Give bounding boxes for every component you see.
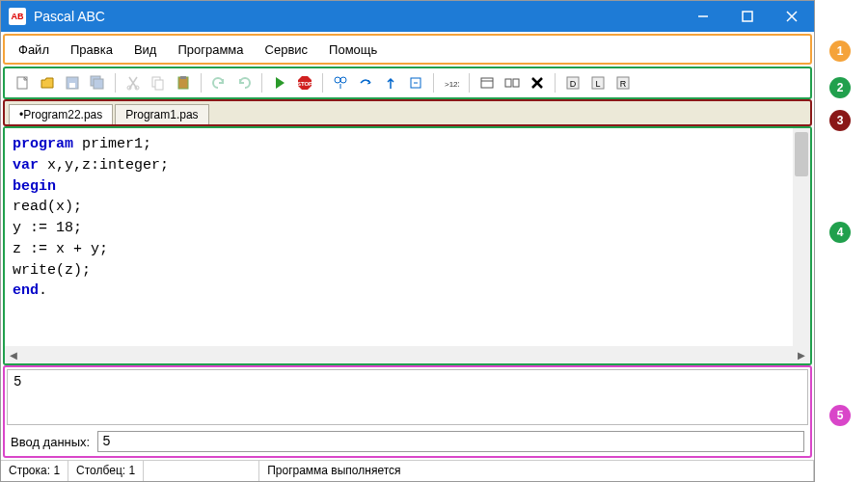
copy-button[interactable] bbox=[147, 71, 170, 94]
code-line: write(z); bbox=[13, 260, 785, 281]
windows-button[interactable] bbox=[501, 71, 524, 94]
menu-программа[interactable]: Программа bbox=[174, 40, 247, 59]
svg-rect-14 bbox=[180, 76, 186, 79]
cut-button[interactable] bbox=[122, 71, 145, 94]
separator bbox=[469, 73, 470, 93]
stop-button[interactable]: STOP bbox=[293, 71, 316, 94]
code-line: end. bbox=[13, 281, 785, 302]
annotation-callouts: 1 2 3 4 5 bbox=[816, 0, 868, 482]
status-empty bbox=[144, 461, 259, 481]
svg-rect-1 bbox=[743, 12, 752, 21]
tool-l-button[interactable]: L bbox=[586, 71, 610, 94]
input-label: Ввод данных: bbox=[11, 435, 90, 449]
redo-button[interactable] bbox=[232, 71, 256, 94]
scroll-right-icon[interactable]: ► bbox=[793, 348, 810, 362]
new-file-button[interactable] bbox=[11, 71, 34, 94]
svg-text:L: L bbox=[595, 79, 600, 89]
separator bbox=[555, 73, 556, 93]
separator bbox=[433, 73, 434, 93]
svg-rect-12 bbox=[155, 80, 163, 90]
separator bbox=[115, 73, 116, 93]
svg-rect-22 bbox=[505, 79, 511, 87]
callout-5: 5 bbox=[829, 405, 851, 426]
menu-правка[interactable]: Правка bbox=[67, 40, 117, 59]
stdin-input[interactable] bbox=[97, 431, 804, 452]
titlebar: AB Pascal ABC bbox=[1, 1, 814, 32]
code-line: z := x + y; bbox=[13, 239, 785, 260]
app-icon: AB bbox=[9, 8, 26, 25]
tool-d-button[interactable]: D bbox=[561, 71, 584, 94]
close-button[interactable] bbox=[770, 1, 814, 32]
svg-rect-8 bbox=[94, 79, 103, 89]
menu-вид[interactable]: Вид bbox=[130, 40, 161, 59]
svg-rect-20 bbox=[481, 78, 493, 88]
horizontal-scrollbar[interactable]: ◄ ► bbox=[5, 346, 810, 363]
separator bbox=[322, 73, 323, 93]
status-line: Строка: 1 bbox=[1, 461, 68, 481]
menu-сервис[interactable]: Сервис bbox=[261, 40, 312, 59]
editor-tab[interactable]: Program1.pas bbox=[115, 104, 208, 124]
editor-tab[interactable]: •Program22.pas bbox=[9, 104, 113, 124]
step-out-button[interactable] bbox=[379, 71, 402, 94]
output-panel: 5 bbox=[7, 369, 808, 425]
callout-3: 3 bbox=[829, 110, 851, 131]
svg-rect-6 bbox=[69, 83, 75, 88]
svg-point-16 bbox=[335, 77, 340, 83]
step-over-button[interactable] bbox=[354, 71, 377, 94]
watch-button[interactable]: >123 bbox=[440, 71, 463, 94]
status-bar: Строка: 1 Столбец: 1 Программа выполняет… bbox=[1, 460, 814, 481]
paste-button[interactable] bbox=[172, 71, 195, 94]
tool-r-button[interactable]: R bbox=[611, 71, 635, 94]
toolbar: STOP >123 D L R bbox=[3, 67, 812, 99]
code-line: y := 18; bbox=[13, 218, 785, 239]
save-button[interactable] bbox=[61, 71, 84, 94]
callout-1: 1 bbox=[829, 40, 851, 62]
svg-text:STOP: STOP bbox=[297, 81, 312, 87]
svg-point-17 bbox=[340, 77, 346, 83]
svg-rect-23 bbox=[513, 79, 519, 87]
code-line: var x,y,z:integer; bbox=[13, 155, 785, 176]
tabbar: •Program22.pasProgram1.pas bbox=[3, 99, 812, 126]
code-line: program primer1; bbox=[13, 134, 785, 155]
window-title: Pascal ABC bbox=[34, 9, 681, 24]
code-line: read(x); bbox=[13, 197, 785, 218]
maximize-button[interactable] bbox=[725, 1, 770, 32]
svg-text:R: R bbox=[620, 79, 627, 89]
vertical-scrollbar[interactable] bbox=[793, 128, 810, 346]
callout-2: 2 bbox=[829, 77, 851, 98]
code-line: begin bbox=[13, 176, 785, 198]
step-into-button[interactable] bbox=[329, 71, 352, 94]
status-message: Программа выполняется bbox=[259, 461, 814, 481]
separator bbox=[261, 73, 262, 93]
separator bbox=[201, 73, 202, 93]
svg-text:D: D bbox=[570, 79, 577, 89]
menu-файл[interactable]: Файл bbox=[14, 40, 53, 59]
status-column: Столбец: 1 bbox=[68, 461, 144, 481]
callout-4: 4 bbox=[829, 222, 851, 243]
menubar: ФайлПравкаВидПрограммаСервисПомощь bbox=[3, 34, 812, 65]
minimize-button[interactable] bbox=[681, 1, 725, 32]
open-file-button[interactable] bbox=[36, 71, 59, 94]
scroll-left-icon[interactable]: ◄ bbox=[5, 348, 22, 362]
run-to-cursor-button[interactable] bbox=[404, 71, 427, 94]
menu-помощь[interactable]: Помощь bbox=[325, 40, 381, 59]
window-button[interactable] bbox=[475, 71, 499, 94]
run-button[interactable] bbox=[268, 71, 291, 94]
code-editor[interactable]: program primer1;var x,y,z:integer;beginr… bbox=[5, 128, 793, 346]
close-tab-button[interactable] bbox=[526, 71, 549, 94]
undo-button[interactable] bbox=[207, 71, 231, 94]
save-all-button[interactable] bbox=[86, 71, 109, 94]
svg-text:>123: >123 bbox=[445, 80, 459, 89]
